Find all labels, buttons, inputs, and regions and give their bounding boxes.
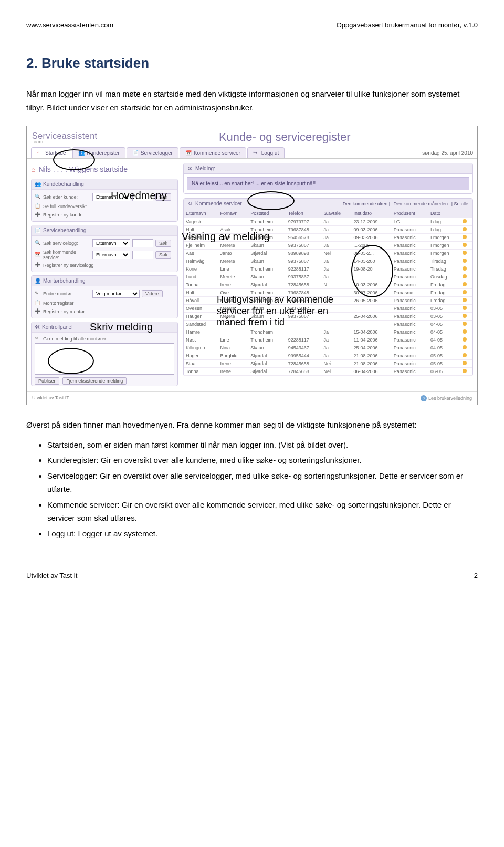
publish-button[interactable]: Publiser (35, 377, 59, 385)
add-icon: ➕ (35, 308, 41, 315)
table-row[interactable]: HagenBorghildStjørdal99955444Ja21-08-200… (184, 352, 472, 360)
link-register-montor[interactable]: Registrer ny montør (43, 309, 85, 314)
table-row[interactable]: SandstadPanasonic04-05 (184, 321, 472, 328)
status-dot (463, 243, 467, 247)
tab-servicelogger[interactable]: 📄Servicelogger (127, 147, 178, 158)
table-row[interactable]: Vagesk...Trondheim97979797Ja23-12-2009LG… (184, 218, 472, 226)
app-logo: Serviceassistent .com (32, 131, 98, 143)
status-dot (463, 235, 467, 239)
services-table: EtternavnFornavnPoststedTelefonS.avtaleI… (184, 209, 472, 376)
logout-icon: ↪ (253, 150, 259, 156)
continue-button[interactable]: Videre (142, 290, 163, 297)
section-servicebehandling: 📄Servicebehandling 🔍Søk servicelogg:Ette… (31, 225, 178, 272)
table-row[interactable]: OvesenMereteSkaun99375867Panasonic03-05 (184, 305, 472, 313)
tab-kunderegister[interactable]: 👥Kunderegister (72, 147, 125, 158)
search-field-select[interactable]: Etternavn (92, 193, 130, 201)
table-row[interactable]: KoneLineTrondheim92288117Ja19-08-20Panas… (184, 265, 472, 273)
settings-icon: 🛠 (35, 324, 40, 330)
current-date: søndag 25. april 2010 (422, 150, 473, 158)
table-row[interactable]: HoltAsakTrondheim79687848Ja09-03-2006Pan… (184, 226, 472, 234)
link-full-overview[interactable]: Se full kundeoversikt (43, 204, 87, 209)
header-left: www.serviceassistenten.com (26, 21, 113, 29)
tab-logg-ut[interactable]: ↪Logg ut (247, 147, 285, 158)
section-header: 👤Montørbehandling (32, 276, 177, 286)
table-row[interactable]: KillingmoNinaSkaun94543467Ja25-04-2006Pa… (184, 344, 472, 352)
link-register-customer[interactable]: Registrer ny kunde (43, 212, 83, 218)
status-dot (463, 345, 467, 349)
table-column-header[interactable]: S.avtale (321, 209, 351, 218)
search-button[interactable]: Søk (155, 251, 171, 259)
bullet-list: Startsiden, som er siden man først komme… (26, 438, 478, 541)
tab-startside[interactable]: ⌂Startside (31, 147, 71, 158)
status-dot (463, 353, 467, 357)
tab-kommende-servicer[interactable]: 📅Kommende servicer (180, 147, 246, 158)
status-dot (463, 298, 467, 302)
table-row[interactable]: HamreTrondheimJa15-04-2006Panasonic04-05 (184, 328, 472, 336)
status-dot (463, 290, 467, 294)
section-header: 📄Servicebehandling (32, 225, 177, 236)
list-item: Kommende servicer: Gir en oversikt over … (47, 498, 478, 525)
people-icon: 👥 (78, 150, 85, 156)
table-row[interactable]: TonnaIreneStjørdal72845658N...10-03-2006… (184, 281, 472, 289)
table-row[interactable]: NøstLineTrondheim92288117Ja11-04-2006Pan… (184, 336, 472, 344)
message-textarea[interactable] (35, 343, 174, 375)
section-title: 2. Bruke startsiden (26, 55, 478, 71)
people-icon: 👥 (35, 181, 41, 187)
table-row[interactable]: LundMereteSkaun99375867JaPanasonicOnsdag (184, 273, 472, 281)
list-icon: 📋 (35, 300, 41, 306)
section-kundebehandling: 👥Kundebehandling 🔍Søk etter kunde:Ettern… (31, 179, 178, 222)
list-item: Kunderegister: Gir en oversikt over alle… (47, 453, 478, 467)
search-button[interactable]: Søk (155, 240, 171, 247)
search-icon: 🔍 (35, 194, 41, 200)
table-column-header[interactable]: Fornavn (218, 209, 249, 218)
table-column-header[interactable]: Produsent (392, 209, 428, 218)
home-icon: ⌂ (31, 165, 35, 173)
section-kontrollpanel: 🛠Kontrollpanel ✉Gi en melding til alle m… (31, 322, 178, 386)
status-dot (463, 337, 467, 342)
table-row[interactable]: HåvollEivindTrondheim95456578Ja26-05-200… (184, 297, 472, 305)
document-icon: 📄 (35, 228, 41, 233)
calendar-icon: 📅 (185, 150, 192, 156)
search-input[interactable] (132, 239, 153, 247)
message-panel: ✉Melding: Nå er felest... en snart her! … (183, 163, 473, 194)
search-input[interactable] (132, 251, 153, 259)
list-icon: 📋 (35, 203, 41, 210)
table-column-header[interactable]: Etternavn (184, 209, 218, 218)
search-button[interactable]: Søk (155, 193, 171, 201)
remove-message-button[interactable]: Fjern eksisterende melding (62, 377, 127, 385)
search-field-select[interactable]: Etternavn (92, 251, 130, 259)
intro-paragraph-1: Når man logger inn vil man møte en start… (26, 87, 478, 114)
page-number: 2 (474, 572, 478, 580)
search-input[interactable] (132, 193, 153, 201)
intro-paragraph-2: Øverst på siden finner man hovedmenyen. … (26, 418, 478, 432)
table-row[interactable]: StaalIreneStjørdal72845658Nei21-08-2006P… (184, 360, 472, 368)
link-register-servicelog[interactable]: Registrer ny servicelogg (43, 263, 94, 268)
link-montor-register[interactable]: Montørregister (43, 301, 74, 306)
status-dot (463, 306, 467, 310)
app-title: Kunde- og serviceregister (98, 130, 472, 144)
search-icon: 🔍 (35, 240, 41, 246)
table-row[interactable]: HoltOveTrondheim7968784830-07-2006Panasn… (184, 289, 472, 297)
header-right: Oppgavebasert brukermanual for montør, v… (337, 21, 478, 29)
refresh-icon: ↻ (188, 201, 192, 206)
table-column-header[interactable]: Poststed (248, 209, 286, 218)
table-row[interactable]: AasJantoStjørdal98989898Nei09-03-2...Pan… (184, 250, 472, 257)
document-icon: 📄 (132, 150, 139, 156)
home-icon: ⌂ (37, 150, 43, 156)
table-column-header[interactable]: Telefon (286, 209, 322, 218)
status-dot (463, 227, 467, 231)
top-navigation: ⌂Startside 👥Kunderegister 📄Servicelogger… (27, 144, 477, 159)
help-link[interactable]: Les brukerveiledning (428, 396, 472, 401)
status-dot (463, 219, 467, 223)
select-montor[interactable]: Velg montør (92, 290, 140, 298)
table-row[interactable]: HeimvågMereteSkaun99375867Ja14-03-200Pan… (184, 257, 472, 265)
calendar-icon: 📅 (35, 252, 41, 258)
table-column-header[interactable]: Dato (428, 209, 460, 218)
table-row[interactable]: FjellheimMereteSkaun99375867Ja...-2006Pa… (184, 242, 472, 250)
table-row[interactable]: OvesenToneTrondheim95456578Ja09-03-2006P… (184, 234, 472, 242)
table-row[interactable]: TonnaIreneStjørdal72845658Nei06-04-2006P… (184, 368, 472, 376)
table-column-header[interactable]: Inst.dato (352, 209, 392, 218)
search-field-select[interactable]: Etternavn (92, 239, 130, 247)
message-icon: ✉ (35, 336, 41, 342)
table-row[interactable]: HaugenMereteSkaun9937586725-04-2006Panas… (184, 313, 472, 321)
